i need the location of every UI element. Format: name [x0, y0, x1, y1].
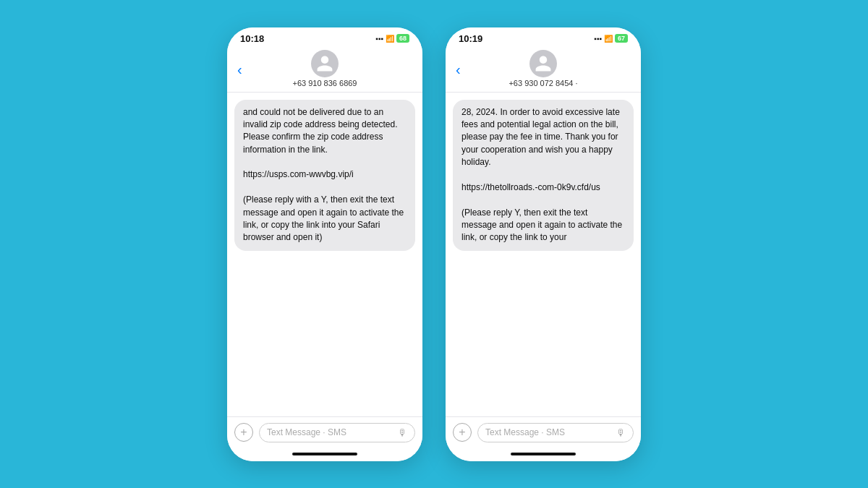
nav-bar-2: ‹ +63 930 072 8454 · [446, 47, 641, 93]
message-text-1: and could not be delivered due to an inv… [243, 107, 407, 243]
phone-1: 10:18 ▪▪▪ 📶 68 ‹ +63 910 836 6869 and co… [227, 27, 422, 461]
home-indicator-2 [446, 448, 641, 461]
message-bubble-2: 28, 2024. In order to avoid excessive la… [453, 100, 634, 251]
input-bar-2[interactable]: + Text Message · SMS 🎙 [446, 416, 641, 448]
back-button-2[interactable]: ‹ [456, 62, 461, 77]
mic-icon-2: 🎙 [616, 427, 626, 438]
mic-icon-1: 🎙 [398, 427, 407, 438]
plus-icon-1: + [240, 426, 247, 439]
input-bar-1[interactable]: + Text Message · SMS 🎙 [227, 416, 422, 448]
status-icons-2: ▪▪▪ 📶 67 [594, 34, 628, 43]
message-bubble-1: and could not be delivered due to an inv… [234, 100, 415, 251]
input-placeholder-2: Text Message · SMS [485, 427, 565, 437]
status-bar-2: 10:19 ▪▪▪ 📶 67 [446, 27, 641, 47]
message-area-1: and could not be delivered due to an inv… [227, 93, 422, 416]
phone-number-1: +63 910 836 6869 [292, 79, 357, 87]
home-bar-1 [292, 453, 357, 455]
status-time-1: 10:18 [240, 33, 264, 44]
wifi-icon-2: 📶 [604, 35, 613, 43]
add-attachment-button-1[interactable]: + [234, 423, 253, 442]
signal-icon-1: ▪▪▪ [375, 35, 383, 43]
message-input-1[interactable]: Text Message · SMS 🎙 [259, 423, 415, 442]
input-placeholder-1: Text Message · SMS [267, 427, 346, 437]
message-input-2[interactable]: Text Message · SMS 🎙 [477, 423, 634, 442]
nav-bar-1: ‹ +63 910 836 6869 [227, 47, 422, 93]
status-icons-1: ▪▪▪ 📶 68 [375, 34, 409, 43]
status-bar-1: 10:18 ▪▪▪ 📶 68 [227, 27, 422, 47]
battery-icon-1: 68 [396, 34, 409, 43]
message-area-2: 28, 2024. In order to avoid excessive la… [446, 93, 641, 416]
message-text-2: 28, 2024. In order to avoid excessive la… [461, 107, 625, 243]
battery-icon-2: 67 [615, 34, 628, 43]
wifi-icon-1: 📶 [386, 35, 394, 43]
phone-number-2: +63 930 072 8454 · [509, 79, 577, 87]
home-bar-2 [511, 453, 576, 455]
back-button-1[interactable]: ‹ [237, 62, 242, 77]
plus-icon-2: + [459, 426, 465, 439]
add-attachment-button-2[interactable]: + [453, 423, 472, 442]
avatar-1 [311, 50, 339, 77]
home-indicator-1 [227, 448, 422, 461]
signal-icon-2: ▪▪▪ [594, 35, 602, 43]
status-time-2: 10:19 [459, 33, 482, 44]
phone-2: 10:19 ▪▪▪ 📶 67 ‹ +63 930 072 8454 · 28, … [446, 27, 641, 461]
avatar-2 [529, 50, 557, 77]
